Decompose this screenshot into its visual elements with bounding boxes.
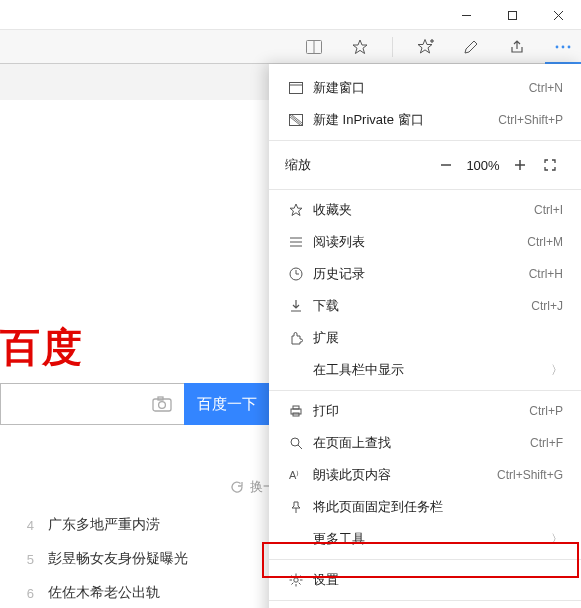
close-window-button[interactable] bbox=[535, 0, 581, 30]
news-item[interactable]: 5 彭昱畅女友身份疑曝光 bbox=[20, 550, 188, 568]
news-text: 广东多地严重内涝 bbox=[48, 516, 160, 534]
menu-reading-list[interactable]: 阅读列表 Ctrl+M bbox=[269, 226, 581, 258]
menu-shortcut: Ctrl+N bbox=[529, 81, 563, 95]
news-item[interactable]: 4 广东多地严重内涝 bbox=[20, 516, 160, 534]
menu-label: 朗读此页内容 bbox=[313, 466, 497, 484]
menu-new-window[interactable]: 新建窗口 Ctrl+N bbox=[269, 72, 581, 104]
search-input[interactable] bbox=[0, 383, 184, 425]
menu-shortcut: Ctrl+H bbox=[529, 267, 563, 281]
svg-point-10 bbox=[556, 45, 559, 48]
fullscreen-button[interactable] bbox=[535, 150, 565, 180]
menu-shortcut: Ctrl+J bbox=[531, 299, 563, 313]
menu-label: 在工具栏中显示 bbox=[313, 361, 551, 379]
menu-shortcut: Ctrl+M bbox=[527, 235, 563, 249]
menu-label: 在页面上查找 bbox=[313, 434, 530, 452]
menu-zoom-row: 缩放 100% bbox=[269, 145, 581, 185]
svg-point-30 bbox=[291, 438, 299, 446]
extensions-icon bbox=[285, 331, 307, 345]
read-aloud-icon: A⁾ bbox=[285, 468, 307, 482]
menu-extensions[interactable]: 扩展 bbox=[269, 322, 581, 354]
refresh-icon bbox=[230, 480, 244, 494]
notes-icon[interactable] bbox=[457, 33, 485, 61]
search-button[interactable]: 百度一下 bbox=[184, 383, 270, 425]
favorite-star-icon[interactable] bbox=[346, 33, 374, 61]
menu-shortcut: Ctrl+F bbox=[530, 436, 563, 450]
menu-pin[interactable]: 将此页面固定到任务栏 bbox=[269, 491, 581, 523]
menu-label: 下载 bbox=[313, 297, 531, 315]
download-icon bbox=[285, 299, 307, 313]
svg-point-33 bbox=[294, 578, 298, 582]
svg-line-31 bbox=[298, 445, 302, 449]
window-icon bbox=[285, 82, 307, 94]
browser-toolbar bbox=[0, 30, 581, 64]
menu-label: 更多工具 bbox=[313, 530, 551, 548]
menu-shortcut: Ctrl+I bbox=[534, 203, 563, 217]
star-icon bbox=[285, 203, 307, 217]
search-icon bbox=[285, 436, 307, 450]
reading-view-icon[interactable] bbox=[300, 33, 328, 61]
zoom-out-button[interactable] bbox=[431, 150, 461, 180]
menu-label: 扩展 bbox=[313, 329, 563, 347]
minimize-button[interactable] bbox=[443, 0, 489, 30]
history-icon bbox=[285, 267, 307, 281]
print-icon bbox=[285, 404, 307, 418]
news-rank: 6 bbox=[20, 586, 34, 601]
menu-downloads[interactable]: 下载 Ctrl+J bbox=[269, 290, 581, 322]
share-icon[interactable] bbox=[503, 33, 531, 61]
svg-rect-1 bbox=[508, 11, 516, 19]
pin-icon bbox=[285, 500, 307, 514]
menu-shortcut: Ctrl+P bbox=[529, 404, 563, 418]
svg-rect-13 bbox=[153, 399, 171, 411]
zoom-label: 缩放 bbox=[285, 156, 431, 174]
menu-favorites[interactable]: 收藏夹 Ctrl+I bbox=[269, 194, 581, 226]
zoom-value: 100% bbox=[461, 158, 505, 173]
svg-line-40 bbox=[299, 576, 301, 578]
menu-label: 设置 bbox=[313, 571, 563, 589]
news-text: 彭昱畅女友身份疑曝光 bbox=[48, 550, 188, 568]
menu-label: 将此页面固定到任务栏 bbox=[313, 498, 563, 516]
menu-label: 历史记录 bbox=[313, 265, 529, 283]
svg-rect-16 bbox=[290, 83, 303, 94]
svg-line-41 bbox=[292, 583, 294, 585]
menu-label: 打印 bbox=[313, 402, 529, 420]
title-bar bbox=[0, 0, 581, 30]
menu-label: 新建 InPrivate 窗口 bbox=[313, 111, 498, 129]
svg-text:A⁾: A⁾ bbox=[289, 469, 299, 481]
gear-icon bbox=[285, 573, 307, 587]
baidu-logo: 百度 bbox=[0, 320, 84, 375]
menu-find[interactable]: 在页面上查找 Ctrl+F bbox=[269, 427, 581, 459]
settings-menu: 新建窗口 Ctrl+N 新建 InPrivate 窗口 Ctrl+Shift+P… bbox=[269, 64, 581, 608]
menu-more-tools[interactable]: 更多工具 〉 bbox=[269, 523, 581, 555]
inprivate-icon bbox=[285, 114, 307, 126]
menu-label: 阅读列表 bbox=[313, 233, 527, 251]
zoom-in-button[interactable] bbox=[505, 150, 535, 180]
svg-point-11 bbox=[562, 45, 565, 48]
menu-shortcut: Ctrl+Shift+G bbox=[497, 468, 563, 482]
menu-new-inprivate[interactable]: 新建 InPrivate 窗口 Ctrl+Shift+P bbox=[269, 104, 581, 136]
chevron-right-icon: 〉 bbox=[551, 531, 563, 548]
news-rank: 5 bbox=[20, 552, 34, 567]
svg-rect-28 bbox=[293, 406, 299, 409]
more-button[interactable] bbox=[549, 33, 577, 61]
svg-marker-22 bbox=[290, 204, 302, 216]
menu-print[interactable]: 打印 Ctrl+P bbox=[269, 395, 581, 427]
add-favorite-icon[interactable] bbox=[411, 33, 439, 61]
menu-read-aloud[interactable]: A⁾ 朗读此页内容 Ctrl+Shift+G bbox=[269, 459, 581, 491]
news-text: 佐佐木希老公出轨 bbox=[48, 584, 160, 602]
svg-line-39 bbox=[299, 583, 301, 585]
camera-icon[interactable] bbox=[152, 396, 172, 412]
svg-point-12 bbox=[568, 45, 571, 48]
menu-label: 新建窗口 bbox=[313, 79, 529, 97]
reading-list-icon bbox=[285, 236, 307, 248]
menu-label: 收藏夹 bbox=[313, 201, 534, 219]
menu-history[interactable]: 历史记录 Ctrl+H bbox=[269, 258, 581, 290]
menu-settings[interactable]: 设置 bbox=[269, 564, 581, 596]
menu-shortcut: Ctrl+Shift+P bbox=[498, 113, 563, 127]
svg-marker-6 bbox=[353, 40, 367, 54]
svg-marker-7 bbox=[418, 39, 432, 53]
svg-line-38 bbox=[292, 576, 294, 578]
menu-show-in-toolbar[interactable]: 在工具栏中显示 〉 bbox=[269, 354, 581, 386]
news-item[interactable]: 6 佐佐木希老公出轨 bbox=[20, 584, 160, 602]
chevron-right-icon: 〉 bbox=[551, 362, 563, 379]
maximize-button[interactable] bbox=[489, 0, 535, 30]
